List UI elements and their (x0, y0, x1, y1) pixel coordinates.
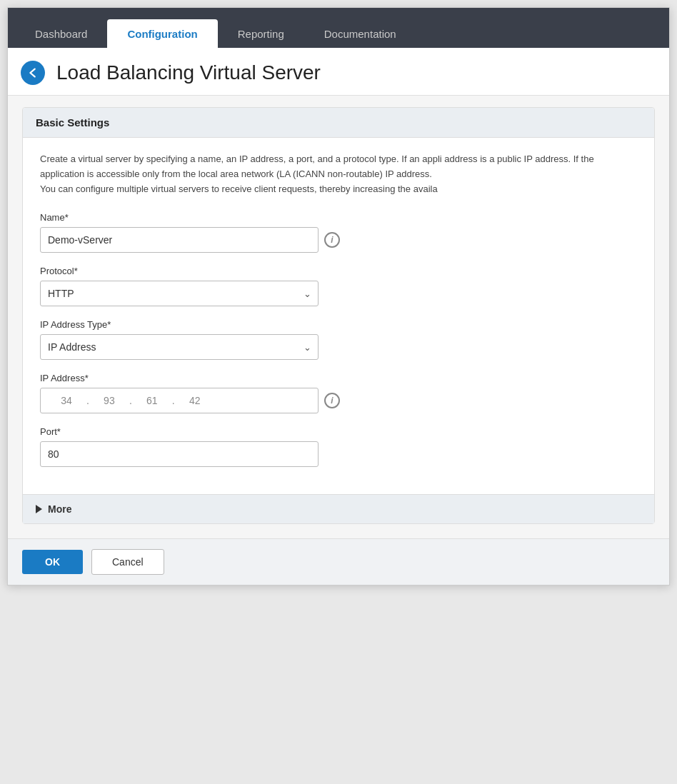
name-label: Name* (40, 212, 637, 223)
port-label: Port* (40, 426, 637, 437)
cancel-button[interactable]: Cancel (91, 549, 164, 575)
tab-reporting[interactable]: Reporting (218, 19, 304, 49)
ok-button[interactable]: OK (22, 550, 83, 574)
page-title: Load Balancing Virtual Server (56, 61, 321, 84)
ip-octet-2[interactable] (91, 395, 128, 406)
ip-octet-4[interactable] (176, 395, 214, 406)
description-text: Create a virtual server by specifying a … (40, 152, 637, 196)
ip-address-type-select[interactable]: IP Address Wildcard Non-Routable (40, 334, 319, 360)
tab-dashboard[interactable]: Dashboard (15, 19, 107, 49)
form-card: Basic Settings Create a virtual server b… (22, 107, 655, 524)
port-input[interactable] (40, 441, 319, 467)
more-label: More (48, 503, 71, 515)
ip-dot-3: . (171, 395, 176, 406)
main-window: Dashboard Configuration Reporting Docume… (7, 7, 670, 586)
ip-octet-1[interactable] (48, 395, 85, 406)
form-wrapper: Basic Settings Create a virtual server b… (8, 96, 669, 538)
tab-documentation[interactable]: Documentation (304, 19, 416, 49)
more-section[interactable]: More (23, 494, 654, 523)
ip-address-input-wrapper: . . . i (40, 388, 637, 413)
page-header: Load Balancing Virtual Server (8, 48, 669, 96)
ip-octet-3[interactable] (134, 395, 171, 406)
form-body: Create a virtual server by specifying a … (23, 138, 654, 494)
protocol-field-group: Protocol* HTTP HTTPS TCP UDP SSL ⌄ (40, 266, 637, 306)
name-input[interactable] (40, 227, 319, 253)
protocol-select-wrapper: HTTP HTTPS TCP UDP SSL ⌄ (40, 281, 319, 306)
ip-address-info-icon[interactable]: i (324, 393, 340, 408)
name-input-wrapper: i (40, 227, 637, 253)
tab-bar: Dashboard Configuration Reporting Docume… (8, 8, 669, 48)
ip-address-type-field-group: IP Address Type* IP Address Wildcard Non… (40, 319, 637, 360)
back-button[interactable] (21, 61, 45, 85)
ip-address-type-select-wrapper: IP Address Wildcard Non-Routable ⌄ (40, 334, 319, 360)
section-header: Basic Settings (23, 108, 654, 138)
ip-address-type-label: IP Address Type* (40, 319, 637, 330)
protocol-label: Protocol* (40, 266, 637, 276)
ip-address-field: . . . (40, 388, 319, 413)
ip-dot-2: . (128, 395, 134, 406)
tab-configuration[interactable]: Configuration (107, 19, 217, 49)
name-info-icon[interactable]: i (324, 232, 340, 248)
ip-dot-1: . (85, 395, 91, 406)
more-expand-icon (36, 505, 42, 513)
page-content: Load Balancing Virtual Server Basic Sett… (8, 48, 669, 585)
action-bar: OK Cancel (8, 538, 669, 585)
ip-address-field-group: IP Address* . . . i (40, 373, 637, 413)
port-field-group: Port* (40, 426, 637, 467)
name-field-group: Name* i (40, 212, 637, 253)
protocol-select[interactable]: HTTP HTTPS TCP UDP SSL (40, 281, 319, 306)
ip-address-label: IP Address* (40, 373, 637, 383)
